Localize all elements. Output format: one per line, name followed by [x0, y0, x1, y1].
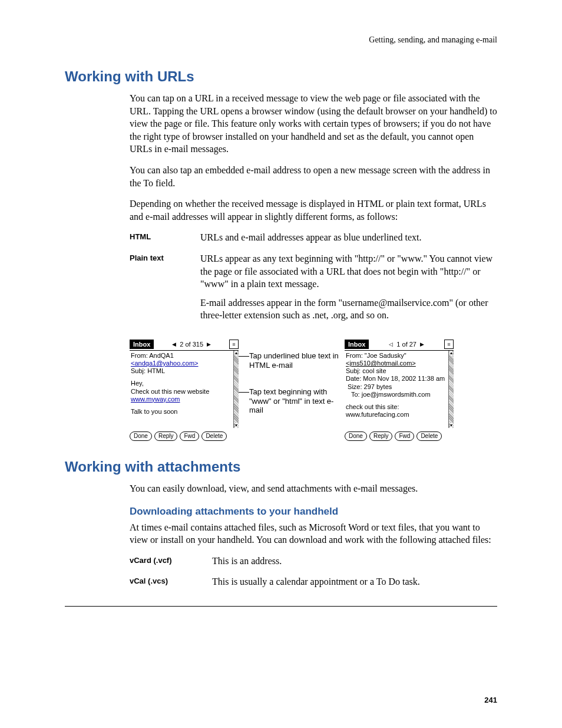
scrollbar[interactable]: [448, 351, 454, 428]
section-heading-urls: Working with URLs: [65, 68, 497, 85]
menu-icon[interactable]: ≡: [444, 340, 454, 349]
body-paragraph: You can easily download, view, and send …: [130, 482, 497, 495]
size-value: 297 bytes: [364, 383, 392, 390]
palm-title: Inbox: [130, 340, 154, 349]
to-label: To:: [351, 391, 360, 398]
def-term-plaintext: Plain text: [130, 252, 200, 262]
prev-arrow-icon[interactable]: [389, 341, 393, 347]
subj-value: cool site: [362, 367, 386, 374]
subj-value: HTML: [147, 367, 165, 374]
date-label: Date:: [346, 375, 361, 382]
to-value: joe@jmswordsmith.com: [362, 391, 431, 398]
subsection-heading-downloading: Downloading attachments to your handheld: [130, 506, 497, 518]
next-arrow-icon[interactable]: [420, 341, 424, 347]
body-paragraph: Depending on whether the received messag…: [130, 197, 497, 223]
done-button[interactable]: Done: [345, 431, 367, 441]
palm-counter: 1 of 27: [396, 341, 416, 348]
def-term-vcard: vCard (.vcf): [130, 555, 212, 565]
from-label: From:: [131, 352, 148, 359]
email-link[interactable]: <andqa1@yahoo.com>: [130, 360, 239, 367]
fwd-button[interactable]: Fwd: [180, 431, 199, 441]
body-line: Hey,: [130, 380, 239, 387]
next-arrow-icon[interactable]: [207, 341, 211, 347]
footer-rule: [65, 606, 497, 607]
palm-title: Inbox: [345, 340, 369, 349]
def-desc-p: URLs appear as any text beginning with "…: [200, 252, 497, 291]
url-text[interactable]: www.futurefacing.com: [345, 411, 454, 419]
done-button[interactable]: Done: [130, 431, 152, 441]
from-value: AndQA1: [149, 352, 174, 359]
callout-text: Tap underlined blue text in HTML e-mail: [249, 351, 339, 370]
body-line: check out this site:: [345, 403, 454, 411]
email-link[interactable]: <jms510@hotmail.com>: [345, 360, 454, 367]
def-desc: URLs appear as any text beginning with "…: [200, 252, 497, 328]
callout-text: Tap text beginning with "www" or "html" …: [249, 387, 333, 414]
body-line: Talk to you soon: [130, 408, 239, 416]
def-term-vcal: vCal (.vcs): [130, 575, 212, 585]
delete-button[interactable]: Delete: [201, 431, 227, 441]
page-number: 241: [484, 696, 497, 704]
menu-icon[interactable]: ≡: [229, 340, 239, 349]
from-label: From:: [346, 352, 363, 359]
def-desc: URLs and e-mail addresses appear as blue…: [200, 231, 497, 244]
from-value: "Joe Sadusky": [365, 352, 406, 359]
url-link[interactable]: www.myway.com: [130, 396, 239, 403]
palm-screenshot-plaintext: Inbox 1 of 27 ≡ From: "Joe Sadusky" <jms…: [345, 340, 454, 441]
subj-label: Subj:: [131, 367, 146, 374]
def-desc: This is usually a calendar appointment o…: [212, 575, 497, 588]
delete-button[interactable]: Delete: [416, 431, 442, 441]
palm-counter: 2 of 315: [180, 341, 203, 348]
section-heading-attachments: Working with attachments: [65, 459, 497, 475]
def-term-html: HTML: [130, 231, 200, 241]
fwd-button[interactable]: Fwd: [395, 431, 414, 441]
palm-screenshot-html: Inbox 2 of 315 ≡ From: AndQA1 <andqa1@ya…: [130, 340, 239, 441]
scrollbar[interactable]: [233, 351, 239, 428]
def-desc-p: E-mail addresses appear in the form "use…: [200, 297, 497, 322]
prev-arrow-icon[interactable]: [172, 341, 176, 347]
reply-button[interactable]: Reply: [154, 431, 178, 441]
body-line: Check out this new website: [130, 388, 239, 396]
size-label: Size:: [348, 383, 362, 390]
reply-button[interactable]: Reply: [369, 431, 393, 441]
body-paragraph: At times e-mail contains attached files,…: [130, 521, 497, 546]
running-head: Getting, sending, and managing e-mail: [65, 35, 497, 45]
body-paragraph: You can tap on a URL in a received messa…: [130, 92, 497, 156]
date-value: Mon Nov 18, 2002 11:38 am: [363, 375, 445, 382]
def-desc: This is an address.: [212, 555, 497, 568]
body-paragraph: You can also tap an embedded e-mail addr…: [130, 164, 497, 189]
subj-label: Subj:: [346, 367, 361, 374]
